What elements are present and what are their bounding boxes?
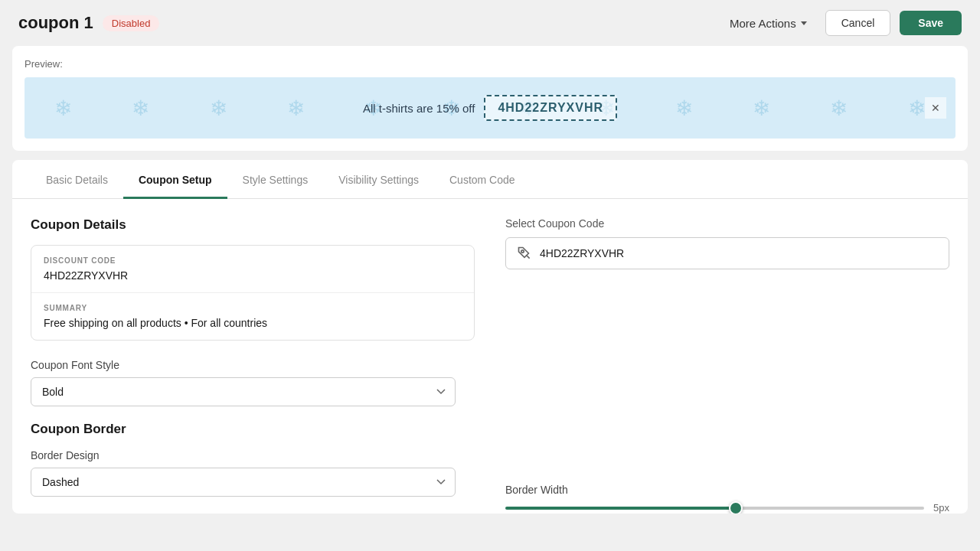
svg-point-0 xyxy=(521,250,524,253)
preview-banner: ❄ ❄ ❄ ❄ ❄ ❄ ❄ ❄ ❄ ❄ ❄ ❄ All t-shirts are… xyxy=(24,77,956,139)
summary-row: SUMMARY Free shipping on all products • … xyxy=(31,293,474,340)
page-title: coupon 1 xyxy=(18,13,93,33)
snowflake-10: ❄ xyxy=(753,96,770,121)
discount-code-value: 4HD22ZRYXVHR xyxy=(44,269,462,282)
slider-track xyxy=(505,507,924,510)
slider-value: 5px xyxy=(933,502,949,514)
select-coupon-label: Select Coupon Code xyxy=(505,217,949,230)
select-coupon-section: Select Coupon Code 4HD22ZRYXVHR xyxy=(505,217,949,269)
content-area: Coupon Details DISCOUNT CODE 4HD22ZRYXVH… xyxy=(12,199,968,514)
border-width-section: Border Width 5px xyxy=(505,484,949,514)
tab-visibility-settings[interactable]: Visibility Settings xyxy=(323,160,434,199)
top-bar-right: More Actions Cancel Save xyxy=(720,10,962,36)
preview-section: Preview: ❄ ❄ ❄ ❄ ❄ ❄ ❄ ❄ ❄ ❄ ❄ ❄ All t-s… xyxy=(12,46,968,151)
tabs: Basic Details Coupon Setup Style Setting… xyxy=(12,160,968,199)
summary-label: SUMMARY xyxy=(44,304,462,312)
snowflake-2: ❄ xyxy=(132,96,149,121)
font-style-select[interactable]: Bold Normal Italic Bold Italic xyxy=(31,377,456,406)
coupon-border-title: Coupon Border xyxy=(31,422,475,437)
snowflake-11: ❄ xyxy=(830,96,848,121)
detail-card: DISCOUNT CODE 4HD22ZRYXVHR SUMMARY Free … xyxy=(31,245,475,341)
close-banner-button[interactable]: ✕ xyxy=(925,97,946,119)
tab-custom-code[interactable]: Custom Code xyxy=(434,160,531,199)
save-button[interactable]: Save xyxy=(900,11,962,35)
font-style-section: Coupon Font Style Bold Normal Italic Bol… xyxy=(31,359,475,406)
slider-container: 5px xyxy=(505,502,949,514)
content-left: Coupon Details DISCOUNT CODE 4HD22ZRYXVH… xyxy=(31,217,475,514)
summary-value: Free shipping on all products • For all … xyxy=(44,317,462,329)
border-design-select[interactable]: Dashed None Solid Dotted xyxy=(31,468,456,497)
border-width-label: Border Width xyxy=(505,484,949,496)
content-right: Select Coupon Code 4HD22ZRYXVHR Border W… xyxy=(475,217,949,514)
tab-basic-details[interactable]: Basic Details xyxy=(31,160,123,199)
chevron-down-icon xyxy=(801,21,807,25)
banner-text: All t-shirts are 15% off xyxy=(363,102,475,115)
snowflake-1: ❄ xyxy=(54,96,72,121)
coupon-select-input[interactable]: 4HD22ZRYXVHR xyxy=(505,237,949,269)
border-design-label: Border Design xyxy=(31,449,475,461)
svg-line-1 xyxy=(527,256,530,259)
coupon-details-title: Coupon Details xyxy=(31,217,475,233)
snowflake-9: ❄ xyxy=(675,96,693,121)
font-style-label: Coupon Font Style xyxy=(31,359,475,371)
coupon-tag-icon xyxy=(517,246,532,261)
more-actions-button[interactable]: More Actions xyxy=(720,11,816,36)
discount-code-row: DISCOUNT CODE 4HD22ZRYXVHR xyxy=(31,246,474,293)
discount-code-label: DISCOUNT CODE xyxy=(44,256,462,265)
status-badge: Disabled xyxy=(103,15,160,31)
snowflake-12: ❄ xyxy=(908,96,926,121)
cancel-button[interactable]: Cancel xyxy=(825,10,891,36)
slider-thumb[interactable] xyxy=(729,501,743,514)
more-actions-label: More Actions xyxy=(730,17,796,30)
banner-content: All t-shirts are 15% off 4HD22ZRYXVHR xyxy=(363,95,617,121)
coupon-border-section: Coupon Border Border Design Dashed None … xyxy=(31,422,475,497)
tab-coupon-setup[interactable]: Coupon Setup xyxy=(123,160,227,199)
preview-label: Preview: xyxy=(24,58,956,70)
snowflake-4: ❄ xyxy=(287,96,305,121)
tab-style-settings[interactable]: Style Settings xyxy=(227,160,324,199)
top-bar-left: coupon 1 Disabled xyxy=(18,13,159,33)
coupon-select-value: 4HD22ZRYXVHR xyxy=(540,247,938,259)
snowflake-3: ❄ xyxy=(210,96,227,121)
main-card: Basic Details Coupon Setup Style Setting… xyxy=(12,160,968,514)
top-bar: coupon 1 Disabled More Actions Cancel Sa… xyxy=(0,0,980,46)
coupon-code-preview: 4HD22ZRYXVHR xyxy=(484,95,617,121)
